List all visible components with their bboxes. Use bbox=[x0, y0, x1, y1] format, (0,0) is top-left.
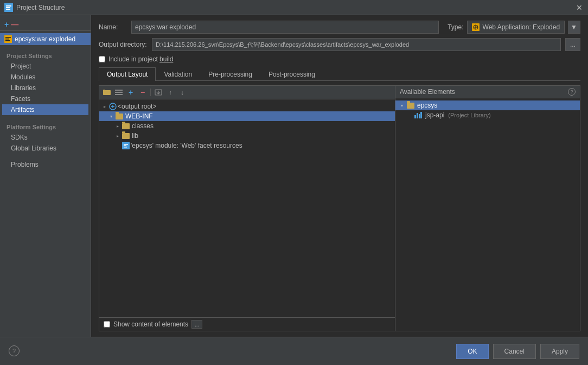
sidebar-item-project[interactable]: Project bbox=[2, 61, 88, 72]
type-text: Web Application: Exploded bbox=[483, 23, 560, 31]
close-button[interactable]: ✕ bbox=[575, 3, 584, 12]
svg-rect-15 bbox=[115, 90, 123, 91]
svg-rect-3 bbox=[6, 9, 10, 10]
sidebar-add-button[interactable]: + bbox=[4, 21, 9, 28]
show-content-checkbox[interactable] bbox=[104, 321, 110, 328]
svg-rect-1 bbox=[6, 5, 11, 7]
sidebar-item-libraries-label: Libraries bbox=[11, 84, 36, 92]
platform-settings-label: Platform Settings bbox=[2, 121, 88, 132]
sidebar-item-modules-label: Modules bbox=[11, 73, 35, 81]
tree-node-web-inf[interactable]: ▾ WEB-INF bbox=[99, 111, 395, 121]
svg-rect-17 bbox=[115, 94, 123, 95]
sidebar-item-artifact[interactable]: epcsys:war exploded bbox=[0, 33, 91, 45]
sidebar-item-libraries[interactable]: Libraries bbox=[2, 83, 88, 93]
tree-node-output-root[interactable]: ▸ <output root> bbox=[99, 102, 395, 111]
avail-node-jsp-api[interactable]: jsp-api (Project Library) bbox=[395, 110, 580, 120]
svg-rect-16 bbox=[115, 92, 123, 93]
tree-node-lib[interactable]: ▸ lib bbox=[99, 131, 395, 141]
output-dir-row: Output directory: ... bbox=[99, 38, 580, 51]
classes-toggle[interactable]: ▸ bbox=[114, 123, 121, 129]
include-build-label: Include in project build bbox=[108, 55, 173, 63]
include-build-underline: build bbox=[159, 55, 173, 63]
tree-node-classes-label: classes bbox=[132, 122, 154, 130]
svg-rect-24 bbox=[124, 144, 128, 145]
title-bar-left: Project Structure bbox=[4, 3, 65, 12]
sidebar-remove-button[interactable]: — bbox=[11, 21, 18, 28]
tab-pre-processing[interactable]: Pre-processing bbox=[200, 67, 260, 81]
bottom-help-button[interactable]: ? bbox=[9, 345, 20, 356]
show-content-row: Show content of elements ... bbox=[99, 317, 395, 331]
show-content-options-button[interactable]: ... bbox=[191, 320, 202, 329]
name-type-row: Name: Type: Web Application: Exploded ▼ bbox=[99, 21, 580, 34]
sidebar-item-sdks[interactable]: SDKs bbox=[2, 132, 88, 143]
include-build-row: Include in project build bbox=[99, 55, 580, 63]
epcsys-toggle[interactable]: ▾ bbox=[399, 102, 405, 109]
tree-node-classes[interactable]: ▸ classes bbox=[99, 121, 395, 131]
type-value: Web Application: Exploded bbox=[467, 21, 565, 34]
tree-folder-button[interactable] bbox=[101, 87, 112, 97]
tab-output-layout[interactable]: Output Layout bbox=[99, 67, 156, 81]
sidebar-item-global-libraries[interactable]: Global Libraries bbox=[2, 143, 88, 154]
library-icon bbox=[414, 112, 422, 118]
avail-node-jsp-api-sub: (Project Library) bbox=[448, 112, 490, 118]
sidebar-item-facets[interactable]: Facets bbox=[2, 93, 88, 104]
type-dropdown-button[interactable]: ▼ bbox=[568, 21, 580, 34]
available-elements-panel: Available Elements ? ▾ epcsys bbox=[395, 86, 580, 331]
sidebar-item-modules[interactable]: Modules bbox=[2, 72, 88, 83]
output-root-toggle[interactable]: ▸ bbox=[101, 103, 108, 110]
lib-folder-icon bbox=[122, 133, 130, 139]
sidebar-item-problems-label: Problems bbox=[11, 161, 39, 168]
browse-button[interactable]: ... bbox=[565, 38, 580, 51]
name-label: Name: bbox=[99, 23, 126, 31]
available-elements-tree: ▾ epcsys jsp-api bbox=[395, 98, 580, 331]
type-web-icon bbox=[472, 23, 480, 31]
tab-post-processing[interactable]: Post-processing bbox=[260, 67, 323, 81]
avail-node-epcsys[interactable]: ▾ epcsys bbox=[395, 100, 580, 110]
name-row: Name: bbox=[99, 21, 439, 34]
tree-list-button[interactable] bbox=[113, 87, 124, 97]
tree-node-module-resources[interactable]: 'epcsys' module: 'Web' facet resources bbox=[99, 141, 395, 150]
lib-toggle[interactable]: ▸ bbox=[114, 133, 121, 139]
sidebar-toolbar: + — bbox=[0, 18, 91, 31]
artifact-tree: ▸ <output root> ▾ bbox=[99, 99, 395, 317]
tree-toolbar: + − ↑ ↓ bbox=[99, 86, 395, 99]
tabs-bar: Output Layout Validation Pre-processing … bbox=[99, 67, 580, 81]
sidebar: + — epcsys:war exploded Project Settings… bbox=[0, 15, 91, 337]
main-container: + — epcsys:war exploded Project Settings… bbox=[0, 15, 588, 337]
type-label: Type: bbox=[448, 23, 463, 31]
bottom-bar: ? OK Cancel Apply bbox=[0, 337, 588, 365]
title-bar: Project Structure ✕ bbox=[0, 0, 588, 15]
tree-node-output-root-label: <output root> bbox=[118, 103, 156, 110]
app-icon bbox=[4, 3, 13, 12]
output-dir-input[interactable] bbox=[152, 38, 561, 51]
tree-remove-button[interactable]: − bbox=[137, 87, 148, 97]
tree-move-up-button[interactable]: ↑ bbox=[165, 87, 176, 97]
ok-button[interactable]: OK bbox=[456, 344, 488, 359]
classes-folder-icon bbox=[122, 123, 130, 129]
apply-button[interactable]: Apply bbox=[540, 344, 579, 359]
available-help-icon[interactable]: ? bbox=[568, 88, 576, 96]
sidebar-item-facets-label: Facets bbox=[11, 95, 30, 103]
sidebar-item-artifacts[interactable]: Artifacts bbox=[2, 104, 88, 115]
tree-extract-button[interactable] bbox=[153, 87, 164, 97]
tree-add-button[interactable]: + bbox=[125, 87, 136, 97]
sidebar-item-problems[interactable]: Problems bbox=[2, 159, 88, 170]
type-section: Type: Web Application: Exploded ▼ bbox=[448, 21, 580, 34]
svg-rect-7 bbox=[5, 40, 10, 41]
web-inf-folder-icon bbox=[116, 114, 123, 119]
include-build-checkbox[interactable] bbox=[99, 56, 105, 62]
svg-rect-2 bbox=[6, 7, 10, 8]
tab-validation[interactable]: Validation bbox=[156, 67, 200, 81]
epcsys-folder-icon bbox=[407, 103, 414, 109]
svg-rect-5 bbox=[5, 37, 11, 38]
web-inf-toggle[interactable]: ▾ bbox=[108, 113, 114, 119]
available-elements-header: Available Elements ? bbox=[395, 86, 580, 98]
artifact-tree-panel: + − ↑ ↓ bbox=[99, 86, 395, 331]
sidebar-item-global-libraries-label: Global Libraries bbox=[11, 144, 56, 152]
avail-node-epcsys-label: epcsys bbox=[417, 102, 437, 109]
tree-move-down-button[interactable]: ↓ bbox=[177, 87, 188, 97]
project-settings-label: Project Settings bbox=[2, 49, 88, 61]
name-input[interactable] bbox=[131, 21, 439, 34]
cancel-button[interactable]: Cancel bbox=[493, 344, 536, 359]
svg-rect-25 bbox=[124, 146, 126, 147]
